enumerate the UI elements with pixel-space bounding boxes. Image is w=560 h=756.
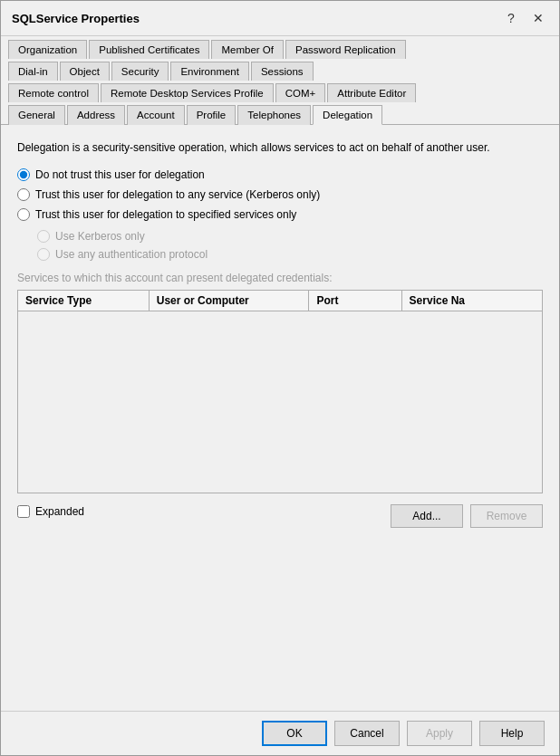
col-header-user-computer: User or Computer <box>150 291 310 311</box>
sub-radio-kerberos-input[interactable] <box>37 230 50 243</box>
tab-member-of[interactable]: Member Of <box>211 40 284 59</box>
close-button[interactable]: ✕ <box>528 8 548 28</box>
title-bar: SQLService Properties ? ✕ <box>1 1 559 36</box>
tab-dial-in[interactable]: Dial-in <box>8 62 58 81</box>
table-action-buttons: Add... Remove <box>391 504 543 528</box>
tab-account[interactable]: Account <box>127 105 185 125</box>
expanded-row: Expanded <box>17 505 84 518</box>
tab-profile[interactable]: Profile <box>187 105 237 125</box>
tab-security[interactable]: Security <box>111 62 169 81</box>
tab-sessions[interactable]: Sessions <box>251 62 314 81</box>
tab-password-replication[interactable]: Password Replication <box>285 40 406 59</box>
radio-no-trust[interactable]: Do not trust this user for delegation <box>17 168 543 181</box>
content-area: Delegation is a security-sensitive opera… <box>1 125 559 711</box>
tab-address[interactable]: Address <box>67 105 125 125</box>
tab-row-1: Organization Published Certificates Memb… <box>8 36 552 59</box>
expanded-label: Expanded <box>35 505 84 518</box>
kerberos-options: Use Kerberos only Use any authentication… <box>37 230 543 261</box>
col-header-service-type: Service Type <box>18 291 150 311</box>
radio-any-service-label: Trust this user for delegation to any se… <box>35 188 320 201</box>
tab-remote-control[interactable]: Remote control <box>8 83 99 102</box>
radio-specified-label: Trust this user for delegation to specif… <box>35 208 296 221</box>
radio-no-trust-input[interactable] <box>17 168 30 181</box>
add-button[interactable]: Add... <box>391 504 463 528</box>
tab-telephones[interactable]: Telephones <box>237 105 311 125</box>
tab-object[interactable]: Object <box>60 62 110 81</box>
tab-com-plus[interactable]: COM+ <box>275 83 326 102</box>
radio-no-trust-label: Do not trust this user for delegation <box>35 168 205 181</box>
table-body <box>18 311 542 493</box>
tab-general[interactable]: General <box>8 105 65 125</box>
cancel-button[interactable]: Cancel <box>334 721 400 746</box>
radio-any-service-input[interactable] <box>17 188 30 201</box>
tab-row-4: General Address Account Profile Telephon… <box>8 101 552 125</box>
services-table: Service Type User or Computer Port Servi… <box>17 290 543 493</box>
radio-specified-services-input[interactable] <box>17 208 30 221</box>
sub-radio-any-auth-label: Use any authentication protocol <box>55 248 208 261</box>
remove-button[interactable]: Remove <box>470 504 543 528</box>
radio-any-service[interactable]: Trust this user for delegation to any se… <box>17 188 543 201</box>
col-header-service-name: Service Na <box>402 291 542 311</box>
description-text: Delegation is a security-sensitive opera… <box>17 139 543 156</box>
services-label: Services to which this account can prese… <box>17 272 543 284</box>
expanded-checkbox[interactable] <box>17 505 30 518</box>
tab-row-2: Dial-in Object Security Environment Sess… <box>8 58 552 81</box>
delegation-radio-group: Do not trust this user for delegation Tr… <box>17 168 543 221</box>
col-header-port: Port <box>309 291 401 311</box>
apply-button[interactable]: Apply <box>407 721 472 746</box>
tab-environment[interactable]: Environment <box>170 62 249 81</box>
sub-radio-kerberos[interactable]: Use Kerberos only <box>37 230 543 243</box>
help-footer-button[interactable]: Help <box>479 721 545 746</box>
tab-organization[interactable]: Organization <box>8 40 87 59</box>
dialog-title: SQLService Properties <box>12 12 140 25</box>
tab-published-certificates[interactable]: Published Certificates <box>89 40 209 59</box>
ok-button[interactable]: OK <box>262 721 327 746</box>
help-button[interactable]: ? <box>501 8 521 28</box>
dialog-window: SQLService Properties ? ✕ Organization P… <box>0 0 560 756</box>
tabs-container: Organization Published Certificates Memb… <box>1 36 559 125</box>
sub-radio-kerberos-label: Use Kerberos only <box>55 230 145 243</box>
footer: OK Cancel Apply Help <box>1 711 559 755</box>
tab-attribute-editor[interactable]: Attribute Editor <box>327 83 416 102</box>
radio-specified-services[interactable]: Trust this user for delegation to specif… <box>17 208 543 221</box>
sub-radio-any-auth[interactable]: Use any authentication protocol <box>37 248 543 261</box>
tab-row-3: Remote control Remote Desktop Services P… <box>8 80 552 102</box>
sub-radio-any-auth-input[interactable] <box>37 248 50 261</box>
tab-rdp-profile[interactable]: Remote Desktop Services Profile <box>101 83 274 102</box>
tab-delegation[interactable]: Delegation <box>313 105 382 125</box>
table-header-row: Service Type User or Computer Port Servi… <box>18 291 542 311</box>
title-bar-controls: ? ✕ <box>501 8 548 28</box>
